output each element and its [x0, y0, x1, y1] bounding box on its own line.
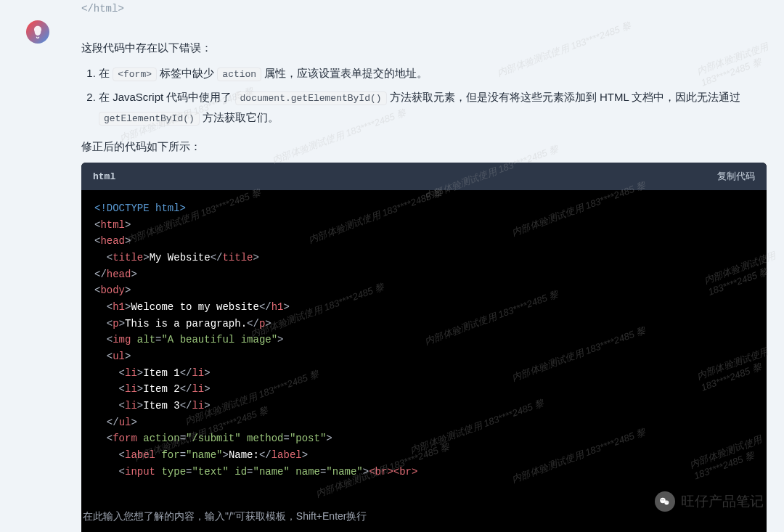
- code-content[interactable]: <!DOCTYPE html> <html> <head> <title>My …: [81, 190, 767, 532]
- chat-input-placeholder[interactable]: 在此输入您想了解的内容，输入"/"可获取模板，Shift+Enter换行: [83, 510, 367, 523]
- code-language-label: html: [93, 171, 115, 182]
- error-item-2: 在 JavaScript 代码中使用了 document.getElementB…: [99, 87, 767, 128]
- inline-code: <form>: [113, 67, 157, 81]
- previous-code-fragment: </html>: [81, 0, 767, 20]
- brand-name: 旺仔产品笔记: [681, 492, 764, 511]
- error-intro: 这段代码中存在以下错误：: [81, 38, 767, 57]
- svg-point-5: [667, 502, 668, 502]
- inline-code: action: [217, 67, 261, 81]
- copy-code-button[interactable]: 复制代码: [717, 170, 755, 183]
- svg-point-2: [661, 499, 662, 500]
- inline-code: getElementById(): [99, 112, 200, 126]
- error-item-1: 在 <form> 标签中缺少 action 属性，应该设置表单提交的地址。: [99, 63, 767, 84]
- error-list: 在 <form> 标签中缺少 action 属性，应该设置表单提交的地址。 在 …: [99, 63, 767, 128]
- corrected-label: 修正后的代码如下所示：: [81, 140, 767, 154]
- svg-point-1: [664, 501, 669, 505]
- code-header: html 复制代码: [81, 163, 767, 190]
- inline-code: document.getElementById(): [235, 91, 387, 105]
- assistant-avatar: [26, 20, 49, 44]
- wechat-icon: [655, 491, 675, 512]
- svg-point-4: [666, 502, 666, 502]
- brand-footer: 旺仔产品笔记: [655, 491, 764, 512]
- code-block: html 复制代码 <!DOCTYPE html> <html> <head> …: [81, 163, 767, 532]
- svg-point-3: [663, 499, 664, 500]
